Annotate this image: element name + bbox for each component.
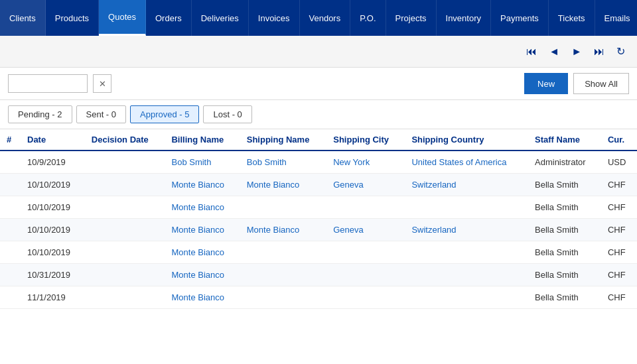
first-page-button[interactable]: ⏮	[522, 43, 541, 60]
next-page-button[interactable]: ►	[567, 43, 586, 60]
table-row[interactable]: 10/10/2019Monte BiancoBella SmithCHF	[0, 196, 637, 219]
toolbar-row: ⏮ ◄ ► ⏭ ↻	[0, 36, 637, 68]
table-row[interactable]: 10/10/2019Monte BiancoMonte BiancoGeneva…	[0, 174, 637, 196]
nav-item-inventory[interactable]: Inventory	[437, 0, 491, 36]
nav-item-projects[interactable]: Projects	[386, 0, 437, 36]
nav-item-clients[interactable]: Clients	[0, 0, 46, 36]
col-header-shipping-city: Shipping City	[326, 129, 405, 151]
nav-item-po[interactable]: P.O.	[350, 0, 386, 36]
nav-item-orders[interactable]: Orders	[146, 0, 192, 36]
nav-item-payments[interactable]: Payments	[491, 0, 549, 36]
quotes-table: #DateDecision DateBilling NameShipping N…	[0, 129, 637, 309]
col-header-decision-date: Decision Date	[85, 129, 165, 151]
nav-item-quotes[interactable]: Quotes	[99, 0, 146, 36]
show-all-button[interactable]: Show All	[573, 73, 629, 94]
navigation-bar: ClientsProductsQuotesOrdersDeliveriesInv…	[0, 0, 637, 36]
table-row[interactable]: 10/9/2019Bob SmithBob SmithNew YorkUnite…	[0, 151, 637, 174]
status-tabs-row: Pending - 2Sent - 0Approved - 5Lost - 0	[0, 100, 637, 129]
nav-item-vendors[interactable]: Vendors	[300, 0, 351, 36]
search-row: ✕ New Show All	[0, 68, 637, 100]
prev-page-button[interactable]: ◄	[545, 43, 563, 60]
table-row[interactable]: 11/1/2019Monte BiancoBella SmithCHF	[0, 286, 637, 309]
search-input[interactable]	[8, 74, 88, 93]
table-row[interactable]: 10/10/2019Monte BiancoBella SmithCHF	[0, 241, 637, 264]
last-page-button[interactable]: ⏭	[590, 43, 608, 60]
nav-item-invoices[interactable]: Invoices	[249, 0, 300, 36]
col-header-date: Date	[21, 129, 85, 151]
col-header-staff-name: Staff Name	[528, 129, 601, 151]
table-row[interactable]: 10/10/2019Monte BiancoMonte BiancoGeneva…	[0, 219, 637, 241]
status-tab-pending[interactable]: Pending - 2	[8, 105, 72, 123]
clear-search-button[interactable]: ✕	[93, 74, 111, 93]
table-row[interactable]: 10/31/2019Monte BiancoBella SmithCHF	[0, 264, 637, 286]
col-header-cur: Cur.	[601, 129, 637, 151]
status-tab-approved[interactable]: Approved - 5	[130, 105, 199, 123]
col-header-shipping-name: Shipping Name	[240, 129, 326, 151]
status-tab-lost[interactable]: Lost - 0	[203, 105, 251, 123]
col-header-shipping-country: Shipping Country	[405, 129, 528, 151]
refresh-button[interactable]: ↻	[612, 42, 629, 60]
status-tab-sent[interactable]: Sent - 0	[76, 105, 127, 123]
quotes-table-wrapper: #DateDecision DateBilling NameShipping N…	[0, 129, 637, 309]
col-header-billing-name: Billing Name	[165, 129, 240, 151]
nav-item-deliveries[interactable]: Deliveries	[192, 0, 249, 36]
nav-item-tickets[interactable]: Tickets	[549, 0, 595, 36]
col-header-#: #	[0, 129, 21, 151]
new-button[interactable]: New	[524, 73, 568, 94]
nav-item-emails[interactable]: Emails	[595, 0, 637, 36]
nav-item-products[interactable]: Products	[46, 0, 99, 36]
